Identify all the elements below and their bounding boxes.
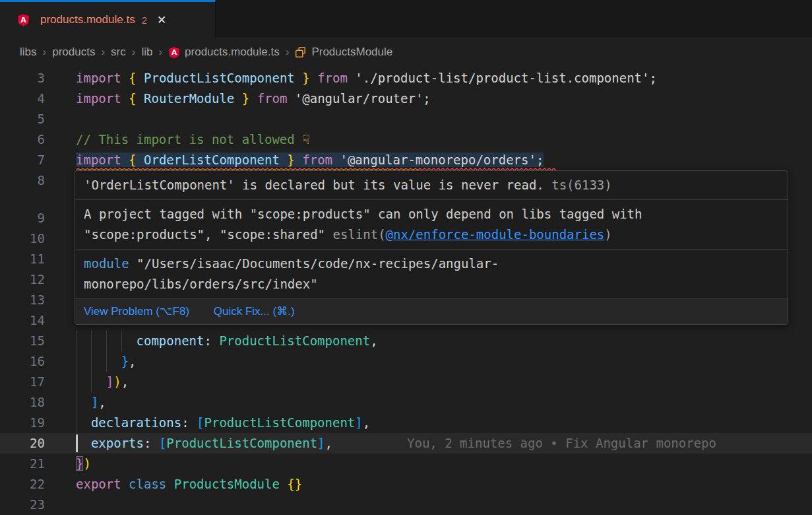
line-number[interactable]: 21 [0, 454, 59, 474]
token: , [325, 436, 332, 450]
indent-guide [106, 351, 107, 372]
token: : [181, 415, 189, 430]
line-number[interactable]: 18 [0, 392, 59, 413]
line-number[interactable]: 17 [0, 372, 59, 392]
code-line-3[interactable]: 3import { ProductListComponent } from '.… [0, 68, 812, 88]
code-line-22[interactable]: 22export class ProductsModule {} [0, 474, 812, 495]
line-number[interactable]: 11 [0, 249, 59, 269]
hover-eslint-line2: "scope:products", "scope:shared" eslint(… [84, 224, 779, 245]
token: ; [536, 153, 544, 167]
breadcrumb-file[interactable]: products.module.ts [185, 46, 280, 59]
token: : [144, 436, 151, 450]
token [280, 477, 287, 491]
svg-text:A: A [20, 16, 26, 24]
line-number[interactable]: 12 [0, 269, 59, 290]
token: { [129, 153, 136, 167]
breadcrumb-symbol[interactable]: ProductsModule [311, 46, 392, 59]
token [151, 436, 158, 450]
view-problem-action[interactable]: View Problem (⌥F8) [84, 305, 189, 318]
code-text: import { OrderListComponent } from '@ang… [59, 150, 812, 170]
git-blame-annotation: You, 2 minutes ago • Fix Angular monorep… [407, 433, 716, 454]
hover-module-line1: module "/Users/isaac/Documents/code/nx-r… [84, 254, 779, 274]
token: } [287, 153, 294, 167]
line-number[interactable]: 15 [0, 331, 59, 351]
code-line-15[interactable]: 15 component: ProductListComponent, [0, 331, 812, 351]
indent-guide [76, 351, 77, 372]
line-number[interactable]: 22 [0, 474, 59, 495]
line-number[interactable]: 6 [0, 129, 59, 150]
text-cursor [76, 434, 78, 452]
code-line-4[interactable]: 4import { RouterModule } from '@angular/… [0, 88, 812, 109]
code-line-23[interactable]: 23 [0, 495, 812, 515]
token: ProductListComponent [219, 333, 370, 348]
line-number[interactable]: 3 [0, 68, 59, 88]
breadcrumb-separator: › [286, 46, 290, 59]
indent-guide [91, 372, 92, 392]
token [280, 153, 287, 167]
code-line-18[interactable]: 18 ], [0, 392, 812, 413]
indent-guide [76, 392, 77, 413]
breadcrumb-item-libs[interactable]: libs [20, 46, 37, 59]
token [295, 71, 302, 85]
token: ] [91, 395, 98, 409]
angular-icon: A [17, 13, 30, 26]
line-number[interactable]: 23 [0, 495, 59, 515]
token: from [317, 71, 348, 85]
token: from [257, 91, 288, 106]
token [348, 71, 355, 85]
tab-products-module[interactable]: A products.module.ts 2 ✕ [0, 0, 216, 38]
token: ; [649, 71, 656, 85]
code-line-7[interactable]: 7import { OrderListComponent } from '@an… [0, 150, 812, 170]
hover-module-info: module "/Users/isaac/Documents/code/nx-r… [75, 250, 788, 299]
token [121, 91, 129, 106]
line-number[interactable]: 10 [0, 228, 59, 249]
token: , [370, 333, 377, 348]
token [76, 436, 91, 450]
code-line-6[interactable]: 6// This import is not allowed ☟ [0, 129, 812, 150]
token: './product-list/product-list.component' [355, 71, 649, 85]
code-line-16[interactable]: 16 }, [0, 351, 812, 372]
line-number[interactable]: 20 [0, 433, 59, 454]
hover-eslint-line1: A project tagged with "scope:products" c… [84, 204, 779, 224]
code-text: component: ProductListComponent, [59, 331, 812, 351]
line-number[interactable]: 13 [0, 290, 59, 310]
close-icon[interactable]: ✕ [157, 13, 166, 27]
token: '@angular/router' [295, 91, 423, 106]
indent-guide [91, 351, 92, 372]
line-number[interactable]: 7 [0, 150, 59, 170]
code-line-20[interactable]: 20 exports: [ProductListComponent],You, … [0, 433, 812, 454]
code-line-5[interactable]: 5 [0, 109, 812, 129]
indent-guide [91, 331, 92, 351]
line-number[interactable]: 14 [0, 310, 59, 331]
breadcrumb-separator: › [43, 46, 47, 59]
token: ProductListComponent [204, 415, 356, 430]
token [76, 354, 121, 368]
line-number[interactable]: 9 [0, 208, 59, 228]
token: OrderListComponent [144, 153, 280, 167]
line-number[interactable]: 19 [0, 413, 59, 433]
token: } [121, 354, 129, 368]
breadcrumb: libs›products›src›lib›Aproducts.module.t… [0, 38, 812, 67]
code-line-17[interactable]: 17 ]), [0, 372, 812, 392]
diagnostic-hover-popup: 'OrderListComponent' is declared but its… [75, 170, 788, 325]
token: ] [355, 415, 362, 430]
breadcrumb-item-products[interactable]: products [52, 46, 95, 59]
token: ProductListComponent [166, 436, 317, 450]
code-line-19[interactable]: 19 declarations: [ProductListComponent], [0, 413, 812, 433]
code-line-21[interactable]: 21}) [0, 454, 812, 474]
breadcrumb-item-src[interactable]: src [111, 46, 126, 59]
code-text [59, 109, 812, 129]
eslint-rule-link[interactable]: @nx/enforce-module-boundaries [386, 227, 605, 242]
line-number[interactable]: 4 [0, 88, 59, 109]
breadcrumb-item-lib[interactable]: lib [141, 46, 152, 59]
line-number[interactable]: 8 [0, 170, 59, 191]
breadcrumb-separator: › [101, 46, 105, 59]
line-number[interactable]: 16 [0, 351, 59, 372]
code-text: import { ProductListComponent } from './… [59, 68, 812, 88]
line-number[interactable]: 5 [0, 109, 59, 129]
quick-fix-action[interactable]: Quick Fix... (⌘.) [214, 305, 295, 318]
token [137, 91, 144, 106]
tab-bar: A products.module.ts 2 ✕ [0, 0, 812, 38]
hover-eslint-source-close: ) [604, 227, 611, 242]
hover-eslint-diagnostic: A project tagged with "scope:products" c… [75, 200, 788, 250]
